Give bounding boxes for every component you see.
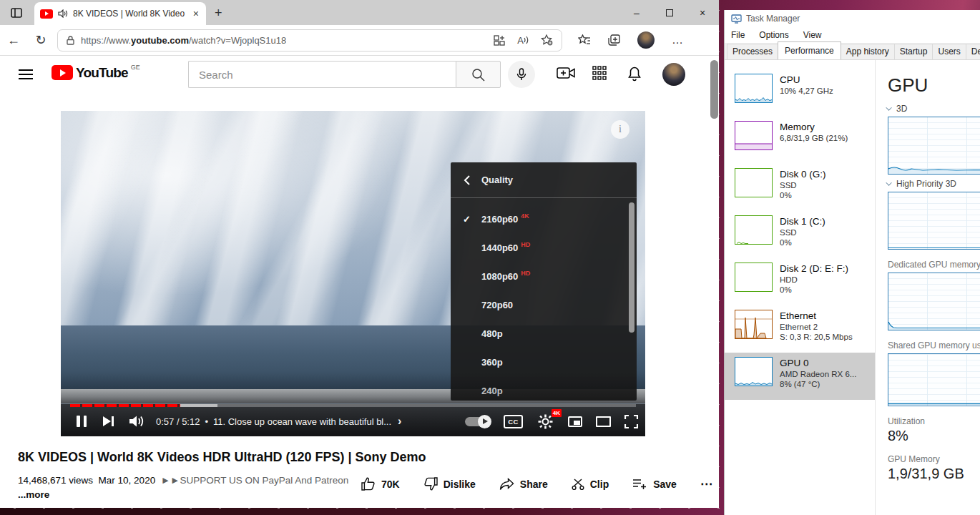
quality-menu-header[interactable]: Quality — [451, 162, 637, 198]
gpu-detail-panel: GPU 3D High Priority 3D Dedicated GPU me… — [888, 60, 980, 515]
tab-details[interactable]: Details — [966, 44, 980, 59]
gear-icon — [538, 414, 553, 429]
separator: • — [205, 416, 208, 427]
youtube-header: YouTube GE — [0, 56, 719, 93]
hamburger-menu-icon[interactable] — [19, 69, 33, 79]
read-aloud-icon[interactable]: A — [517, 35, 529, 46]
chart-label-high-priority-3d[interactable]: High Priority 3D — [888, 179, 980, 189]
theater-mode-button[interactable] — [596, 416, 611, 427]
tab-startup[interactable]: Startup — [894, 44, 934, 59]
back-chevron-icon[interactable] — [464, 175, 470, 185]
tab-processes[interactable]: Processes — [727, 44, 778, 59]
quality-menu-scrollbar[interactable] — [629, 202, 634, 333]
voice-search-button[interactable] — [508, 61, 535, 88]
subtitles-button[interactable]: CC — [504, 415, 523, 428]
favorites-add-icon[interactable] — [541, 34, 553, 46]
split-screen-icon[interactable] — [494, 35, 505, 46]
url-path: /watch?v=WjoplqS1u18 — [189, 35, 286, 46]
minimize-button[interactable]: – — [620, 0, 653, 25]
quality-option-480p[interactable]: 480p — [451, 319, 637, 348]
tab-title: 8K VIDEOS | World 8K Video — [73, 9, 187, 19]
create-video-icon[interactable] — [557, 66, 575, 80]
more-link[interactable]: ...more — [18, 489, 49, 500]
video-info-button[interactable]: i — [611, 120, 629, 139]
like-button[interactable]: 70K — [361, 477, 400, 491]
disk0-value: 0% — [780, 190, 826, 200]
search-button[interactable] — [456, 61, 501, 88]
vertical-tabs-button[interactable] — [6, 3, 27, 23]
page-scrollbar-thumb[interactable] — [710, 60, 718, 119]
share-button[interactable]: Share — [499, 478, 548, 491]
search-input[interactable] — [188, 61, 456, 88]
country-code: GE — [131, 64, 140, 71]
browser-profile-avatar[interactable] — [637, 31, 655, 49]
memory-label: Memory — [780, 121, 848, 133]
fullscreen-button[interactable] — [624, 415, 638, 428]
sidebar-item-disk0[interactable]: Disk 0 (G:)SSD0% — [725, 164, 875, 211]
tab-users[interactable]: Users — [932, 44, 966, 59]
collections-icon[interactable] — [608, 34, 620, 46]
quality-label: 1440p60 — [481, 242, 518, 253]
close-button[interactable]: × — [686, 0, 719, 25]
task-manager-menubar: File Options View — [725, 27, 980, 43]
menu-options[interactable]: Options — [759, 30, 788, 40]
quality-option-720p60[interactable]: 720p60 — [451, 290, 637, 319]
new-tab-button[interactable]: + — [215, 6, 222, 21]
disk2-value: 0% — [780, 285, 848, 295]
next-icon — [102, 416, 114, 427]
chapter-chevron-icon[interactable]: › — [398, 415, 401, 428]
miniplayer-button[interactable] — [568, 416, 582, 427]
quality-badge-hd: HD — [521, 241, 530, 248]
clip-button[interactable]: Clip — [572, 478, 609, 491]
favorites-hub-icon[interactable] — [578, 34, 591, 46]
chapter-title[interactable]: 11. Close up ocean wave with beautiful b… — [213, 416, 391, 427]
disk2-mini-chart — [735, 263, 773, 292]
quality-option-1440p60[interactable]: 1440p60 HD — [451, 233, 637, 262]
video-player[interactable]: i Quality ✓ 2160p60 4K 144 — [61, 111, 645, 436]
browser-tab[interactable]: 8K VIDEOS | World 8K Video × — [34, 2, 206, 25]
sidebar-item-memory[interactable]: Memory6,8/31,9 GB (21%) — [725, 117, 875, 164]
settings-button[interactable]: 4K — [536, 414, 554, 429]
quality-badge-4k: 4K — [521, 212, 529, 220]
like-count: 70K — [381, 479, 400, 490]
menu-view[interactable]: View — [803, 30, 822, 40]
maximize-button[interactable] — [653, 0, 686, 25]
save-button[interactable]: Save — [632, 479, 677, 490]
tab-app-history[interactable]: App history — [841, 44, 895, 59]
tab-audio-icon[interactable] — [58, 9, 68, 18]
sidebar-item-gpu0[interactable]: GPU 0AMD Radeon RX 6...8% (47 °C) — [725, 353, 875, 400]
check-icon: ✓ — [463, 214, 481, 225]
tab-close-icon[interactable]: × — [192, 8, 200, 19]
sidebar-item-disk2[interactable]: Disk 2 (D: E: F:)HDD0% — [725, 258, 875, 305]
back-button[interactable]: ← — [0, 33, 27, 48]
youtube-logo[interactable]: YouTube GE — [52, 65, 140, 80]
microphone-icon — [516, 68, 527, 81]
refresh-button[interactable]: ↻ — [27, 32, 54, 48]
lock-icon[interactable] — [67, 36, 74, 45]
notifications-bell-icon[interactable] — [627, 66, 642, 82]
youtube-profile-avatar[interactable] — [662, 63, 685, 86]
browser-menu-icon[interactable]: … — [672, 34, 683, 46]
volume-button[interactable] — [122, 415, 152, 428]
address-bar[interactable]: https://www.youtube.com/watch?v=WjoplqS1… — [57, 29, 562, 52]
sidebar-item-disk1[interactable]: Disk 1 (C:)SSD0% — [725, 211, 875, 258]
tab-performance[interactable]: Performance — [778, 41, 841, 59]
next-button[interactable] — [95, 416, 122, 427]
more-actions-button[interactable]: ⋯ — [700, 476, 713, 491]
menu-file[interactable]: File — [731, 30, 745, 40]
progress-played — [70, 404, 180, 407]
url-text[interactable]: https://www.youtube.com/watch?v=WjoplqS1… — [81, 35, 286, 46]
quality-option-2160p60[interactable]: ✓ 2160p60 4K — [451, 205, 637, 233]
apps-grid-icon[interactable] — [592, 66, 607, 80]
sidebar-item-ethernet[interactable]: EthernetEthernet 2S: 0,3 R: 20,5 Mbps — [725, 305, 875, 353]
gpu-panel-title: GPU — [888, 74, 980, 97]
dislike-button[interactable]: Dislike — [423, 477, 476, 491]
autoplay-toggle[interactable] — [465, 417, 490, 426]
chart-label-3d[interactable]: 3D — [888, 104, 980, 114]
task-manager-titlebar[interactable]: Task Manager — [725, 10, 980, 27]
sidebar-item-cpu[interactable]: CPU10% 4,27 GHz — [725, 69, 875, 117]
pause-button[interactable] — [68, 416, 95, 427]
disk0-mini-chart — [735, 168, 773, 197]
progress-bar[interactable] — [70, 404, 636, 407]
quality-option-1080p60[interactable]: 1080p60 HD — [451, 262, 637, 290]
